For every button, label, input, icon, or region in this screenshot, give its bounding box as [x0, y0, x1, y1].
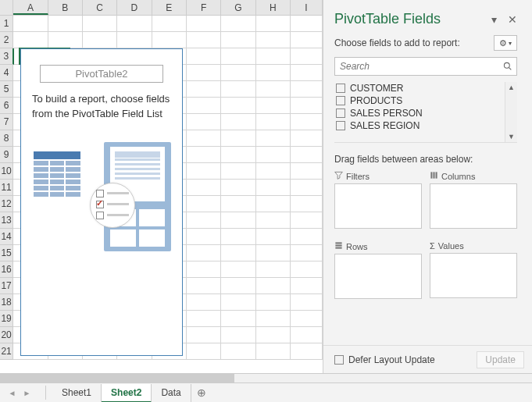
row-header-4[interactable]: 4 [0, 65, 13, 81]
cell[interactable] [187, 16, 221, 32]
cell[interactable] [221, 114, 255, 130]
cell[interactable] [291, 114, 323, 130]
field-item[interactable]: CUSTOMER [334, 82, 517, 94]
cell[interactable] [187, 130, 221, 147]
cell[interactable] [256, 327, 291, 343]
field-checkbox[interactable] [336, 84, 345, 93]
cell[interactable] [221, 311, 255, 327]
cell[interactable] [187, 294, 221, 311]
field-list[interactable]: CUSTOMERPRODUCTSSALES PERSONSALES REGION… [334, 82, 517, 143]
cell[interactable] [187, 327, 221, 343]
cell[interactable] [256, 114, 291, 130]
cell[interactable] [256, 48, 291, 65]
cell[interactable] [291, 98, 323, 114]
search-input[interactable] [340, 61, 503, 72]
cell[interactable] [221, 294, 255, 311]
cell[interactable] [117, 16, 152, 32]
pane-dropdown-icon[interactable]: ▾ [491, 13, 497, 26]
cell[interactable] [221, 81, 255, 98]
values-area[interactable]: ΣValues [430, 241, 517, 304]
cell[interactable] [291, 311, 323, 327]
cell[interactable] [291, 245, 323, 261]
pane-close-icon[interactable]: ✕ [508, 13, 517, 26]
cell[interactable] [221, 261, 255, 278]
column-header-H[interactable]: H [256, 0, 291, 15]
row-header-1[interactable]: 1 [0, 16, 13, 32]
column-header-D[interactable]: D [117, 0, 152, 15]
cell[interactable] [291, 261, 323, 278]
cell[interactable] [187, 32, 221, 48]
cell[interactable] [221, 180, 255, 196]
field-search[interactable] [334, 57, 517, 76]
sheet-tab[interactable]: Sheet2 [102, 384, 152, 403]
cell[interactable] [291, 212, 323, 229]
field-checkbox[interactable] [336, 109, 345, 118]
new-sheet-button[interactable]: ⊕ [191, 386, 212, 399]
row-header-16[interactable]: 16 [0, 261, 13, 278]
column-header-G[interactable]: G [221, 0, 255, 15]
tools-gear-button[interactable]: ⚙▾ [494, 35, 517, 51]
column-header-F[interactable]: F [187, 0, 221, 15]
cell[interactable] [152, 32, 187, 48]
row-header-19[interactable]: 19 [0, 311, 13, 327]
cell[interactable] [221, 163, 255, 180]
cell[interactable] [256, 294, 291, 311]
cell[interactable] [291, 229, 323, 245]
cell[interactable] [256, 261, 291, 278]
row-header-9[interactable]: 9 [0, 147, 13, 163]
cell[interactable] [256, 32, 291, 48]
cell[interactable] [291, 278, 323, 294]
scroll-down-icon[interactable]: ▼ [505, 131, 517, 142]
row-header-7[interactable]: 7 [0, 114, 13, 130]
cell[interactable] [187, 278, 221, 294]
row-header-20[interactable]: 20 [0, 327, 13, 343]
cell[interactable] [256, 130, 291, 147]
cell[interactable] [256, 343, 291, 360]
cell[interactable] [221, 196, 255, 212]
cell[interactable] [256, 16, 291, 32]
column-header-E[interactable]: E [152, 0, 187, 15]
field-item[interactable]: PRODUCTS [334, 94, 517, 107]
cell[interactable] [83, 32, 117, 48]
row-header-8[interactable]: 8 [0, 130, 13, 147]
cell[interactable] [256, 212, 291, 229]
cell[interactable] [291, 81, 323, 98]
column-header-C[interactable]: C [83, 0, 117, 15]
cell[interactable] [221, 327, 255, 343]
cell[interactable] [48, 16, 83, 32]
row-header-15[interactable]: 15 [0, 245, 13, 261]
cell[interactable] [221, 245, 255, 261]
column-header-B[interactable]: B [48, 0, 83, 15]
cell[interactable] [291, 65, 323, 81]
cell[interactable] [256, 229, 291, 245]
cell[interactable] [256, 81, 291, 98]
row-header-6[interactable]: 6 [0, 98, 13, 114]
cell[interactable] [187, 48, 221, 65]
row-header-10[interactable]: 10 [0, 163, 13, 180]
cell[interactable] [187, 261, 221, 278]
cell[interactable] [256, 245, 291, 261]
cell[interactable] [291, 180, 323, 196]
cell[interactable] [187, 65, 221, 81]
cell[interactable] [291, 32, 323, 48]
field-item[interactable]: SALES PERSON [334, 107, 517, 119]
row-header-21[interactable]: 21 [0, 343, 13, 360]
row-header-2[interactable]: 2 [0, 32, 13, 48]
cell[interactable] [221, 98, 255, 114]
cell[interactable] [83, 16, 117, 32]
scroll-up-icon[interactable]: ▲ [505, 82, 517, 93]
field-list-scrollbar[interactable]: ▲ ▼ [505, 82, 517, 142]
cell[interactable] [291, 294, 323, 311]
cell[interactable] [13, 16, 48, 32]
row-header-5[interactable]: 5 [0, 81, 13, 98]
select-all-corner[interactable] [0, 0, 13, 15]
cell[interactable] [256, 65, 291, 81]
cell[interactable] [291, 196, 323, 212]
cell[interactable] [221, 130, 255, 147]
cell[interactable] [187, 196, 221, 212]
cell[interactable] [256, 278, 291, 294]
cell[interactable] [256, 196, 291, 212]
sheet-tab[interactable]: Data [152, 384, 191, 402]
cell[interactable] [187, 343, 221, 360]
cell[interactable] [187, 163, 221, 180]
